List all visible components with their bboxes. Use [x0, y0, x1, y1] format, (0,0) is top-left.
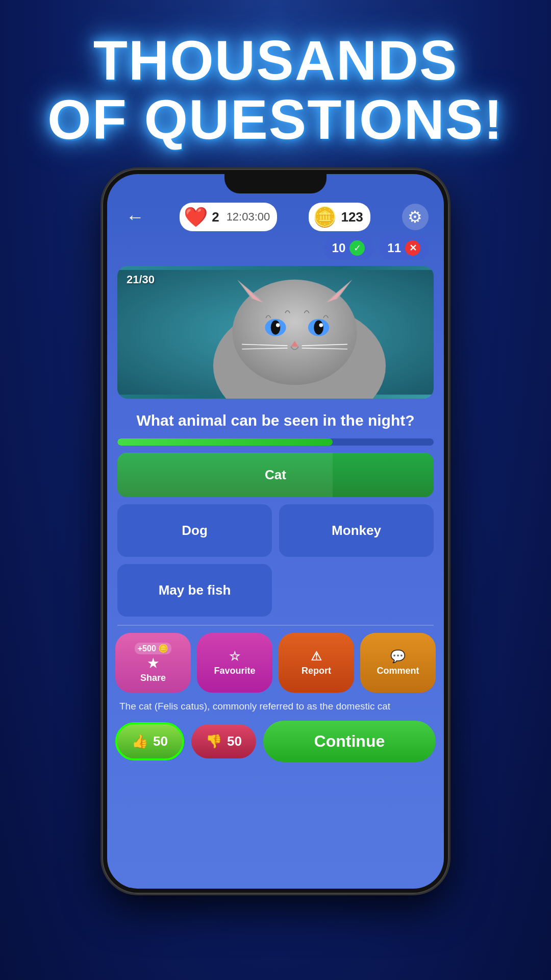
share-label: Share: [120, 673, 186, 683]
answer-dog-label: Dog: [182, 523, 208, 538]
fav-label: Favourite: [202, 666, 267, 676]
top-bar: ← ❤️ 2 12:03:00 🪙 123 ⚙: [107, 193, 444, 236]
coins-count: 123: [341, 209, 363, 225]
answer-fish-label: May be fish: [159, 582, 231, 598]
answer-fish-button[interactable]: May be fish: [117, 564, 272, 617]
downvote-button[interactable]: 👎 50: [191, 724, 256, 758]
thumbs-down-icon: 👎: [206, 733, 222, 749]
progress-bar-container: [117, 438, 434, 446]
answer-cat-label: Cat: [265, 467, 286, 482]
favourite-button[interactable]: ☆ Favourite: [197, 633, 272, 693]
answer-monkey-button[interactable]: Monkey: [279, 504, 434, 557]
share-button[interactable]: +500 🪙 ★ Share: [115, 633, 191, 693]
wrong-score-badge: 11 ✕: [379, 236, 429, 260]
settings-button[interactable]: ⚙: [402, 204, 429, 230]
thumbs-up-icon: 👍: [132, 733, 148, 749]
continue-label: Continue: [314, 732, 385, 750]
downvote-count: 50: [227, 733, 242, 749]
correct-score-num: 10: [332, 241, 346, 255]
report-label: Report: [284, 666, 349, 676]
upvote-count: 50: [153, 733, 168, 749]
share-coins-label: +500 🪙: [135, 643, 171, 654]
phone-wrapper: ← ❤️ 2 12:03:00 🪙 123 ⚙ 10: [0, 169, 551, 894]
description-text: The cat (Felis catus), commonly referred…: [107, 700, 444, 721]
svg-point-10: [314, 321, 323, 335]
heart-icon: ❤️: [184, 206, 208, 228]
timer-text: 12:03:00: [227, 210, 270, 224]
upvote-button[interactable]: 👍 50: [115, 722, 184, 761]
svg-point-9: [271, 321, 281, 335]
progress-label: 21/30: [127, 273, 155, 286]
phone-notch: [224, 174, 327, 193]
answer-cat-button[interactable]: Cat: [117, 453, 434, 497]
comment-button[interactable]: 💬 Comment: [360, 633, 436, 693]
coin-icon: 🪙: [313, 206, 337, 228]
phone-screen: ← ❤️ 2 12:03:00 🪙 123 ⚙ 10: [107, 174, 444, 889]
svg-point-12: [319, 323, 323, 327]
coins-badge: 🪙 123: [309, 203, 370, 231]
comment-icon: 💬: [365, 649, 431, 664]
share-icon: ★: [120, 656, 186, 671]
x-icon: ✕: [405, 240, 420, 256]
back-arrow-icon: ←: [126, 206, 144, 228]
report-icon: ⚠: [284, 649, 349, 664]
svg-point-11: [276, 323, 280, 327]
lives-count: 2: [212, 209, 219, 225]
phone-device: ← ❤️ 2 12:03:00 🪙 123 ⚙ 10: [102, 169, 449, 894]
fav-icon: ☆: [202, 649, 267, 664]
answer-dog-button[interactable]: Dog: [117, 504, 272, 557]
action-row: +500 🪙 ★ Share ☆ Favourite ⚠ Report 💬 Co…: [115, 633, 436, 693]
divider-1: [117, 625, 434, 626]
score-row: 10 ✓ 11 ✕: [107, 236, 444, 266]
title-line1: THOUSANDS: [0, 31, 551, 90]
answer-monkey-label: Monkey: [332, 523, 381, 538]
check-icon: ✓: [349, 240, 365, 256]
progress-bar-fill: [117, 438, 333, 446]
answers-grid: Cat Dog Monkey May be fish: [117, 453, 434, 617]
continue-button[interactable]: Continue: [263, 721, 436, 762]
wrong-score-num: 11: [387, 241, 401, 255]
question-text: What animal can be seen in the night?: [107, 399, 444, 438]
gear-icon: ⚙: [408, 207, 422, 227]
comment-label: Comment: [365, 666, 431, 676]
report-button[interactable]: ⚠ Report: [279, 633, 354, 693]
title-section: THOUSANDS OF QUESTIONS!: [0, 0, 551, 169]
title-line2: OF QUESTIONS!: [0, 90, 551, 149]
question-image: 21/30: [117, 266, 434, 399]
lives-badge: ❤️ 2 12:03:00: [180, 203, 277, 231]
back-button[interactable]: ←: [122, 204, 148, 230]
correct-score-badge: 10 ✓: [324, 236, 373, 260]
bottom-row: 👍 50 👎 50 Continue: [115, 721, 436, 762]
